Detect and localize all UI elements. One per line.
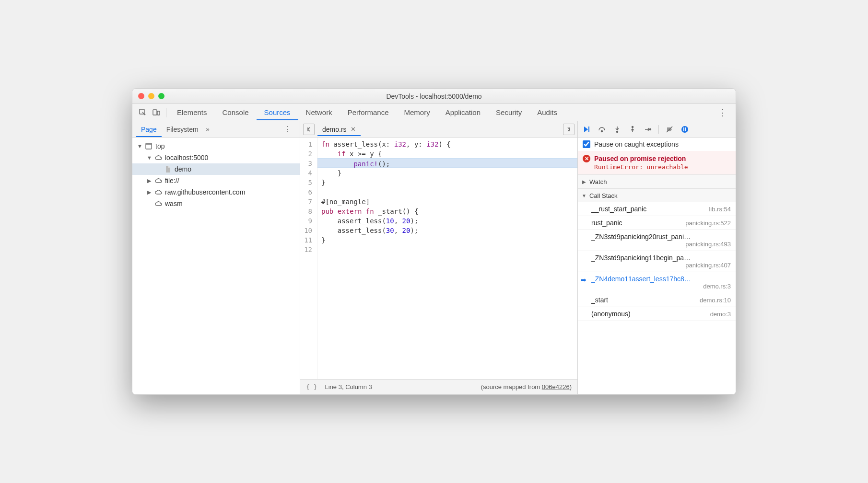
nav-back-icon[interactable] <box>303 124 315 135</box>
pretty-print-icon[interactable]: { } <box>306 383 317 391</box>
tab-network[interactable]: Network <box>298 104 340 120</box>
devtools-window: DevTools - localhost:5000/demo ElementsC… <box>132 88 736 395</box>
resume-icon[interactable] <box>582 125 591 134</box>
code-line[interactable]: if x >= y { <box>317 149 577 159</box>
frame-function: (anonymous) <box>591 310 631 318</box>
callstack-list[interactable]: __rust_start_paniclib.rs:54rust_panicpan… <box>578 202 736 394</box>
callstack-section-header[interactable]: ▼ Call Stack <box>578 189 736 202</box>
main-tabbar: ElementsConsoleSourcesNetworkPerformance… <box>132 104 736 121</box>
stack-frame[interactable]: ➡_ZN4demo11assert_less17hc8…demo.rs:3 <box>578 272 736 293</box>
navigator-pane: Page Filesystem » ⋮ ▼top▼localhost:5000d… <box>132 121 300 394</box>
pause-caught-checkbox[interactable] <box>583 140 590 148</box>
tab-application[interactable]: Application <box>438 104 488 120</box>
code-line[interactable]: #[no_mangle] <box>317 197 577 207</box>
deactivate-breakpoints-icon[interactable] <box>665 125 674 134</box>
tree-label: localhost:5000 <box>165 154 208 161</box>
tree-row[interactable]: ▼top <box>132 140 300 152</box>
stack-frame[interactable]: __rust_start_paniclib.rs:54 <box>578 202 736 216</box>
frame-function: _ZN4demo11assert_less17hc8… <box>591 275 731 283</box>
tab-filesystem[interactable]: Filesystem <box>162 122 203 137</box>
file-tab-label: demo.rs <box>322 126 347 133</box>
navigator-more-icon[interactable]: » <box>206 126 210 133</box>
code-line[interactable] <box>317 187 577 197</box>
nav-forward-icon[interactable] <box>563 124 575 135</box>
chevron-down-icon: ▼ <box>582 193 586 198</box>
step-over-icon[interactable] <box>597 125 607 134</box>
frame-location: demo.rs:3 <box>591 283 731 290</box>
tree-row[interactable]: ▶raw.githubusercontent.com <box>132 186 300 198</box>
code-line[interactable]: assert_less(10, 20); <box>317 216 577 226</box>
tree-row[interactable]: ▶file:// <box>132 175 300 186</box>
cloud-icon <box>154 200 162 207</box>
tree-label: demo <box>175 165 191 173</box>
code-line[interactable]: fn assert_less(x: i32, y: i32) { <box>317 139 577 149</box>
frame-function: _start <box>591 296 608 304</box>
stack-frame[interactable]: _startdemo.rs:10 <box>578 293 736 307</box>
svg-point-7 <box>632 126 633 127</box>
page-icon <box>145 142 152 150</box>
paused-message: RuntimeError: unreachable <box>594 163 731 171</box>
watch-section-header[interactable]: ▶ Watch <box>578 175 736 188</box>
error-icon: ✕ <box>583 155 590 162</box>
source-map-info: (source mapped from 006e4226) <box>481 383 572 391</box>
svg-point-6 <box>617 131 618 132</box>
cursor-position: Line 3, Column 3 <box>325 383 372 391</box>
code-editor[interactable]: 123456789101112 fn assert_less(x: i32, y… <box>300 138 577 379</box>
minimize-window-button[interactable] <box>148 93 154 99</box>
inspect-icon[interactable] <box>136 106 150 119</box>
navigator-tabs: Page Filesystem » ⋮ <box>132 121 300 138</box>
current-frame-arrow-icon: ➡ <box>581 276 586 284</box>
step-into-icon[interactable] <box>612 125 622 134</box>
paused-title: Paused on promise rejection <box>594 155 686 162</box>
window-controls <box>138 93 164 99</box>
tab-sources[interactable]: Sources <box>257 104 298 120</box>
watch-label: Watch <box>589 178 607 185</box>
stack-frame[interactable]: _ZN3std9panicking20rust_pani…panicking.r… <box>578 230 736 251</box>
code-line[interactable]: } <box>317 168 577 178</box>
code-line[interactable] <box>317 245 577 254</box>
code-line[interactable]: pub extern fn _start() { <box>317 207 577 216</box>
stack-frame[interactable]: _ZN3std9panicking11begin_pa…panicking.rs… <box>578 251 736 272</box>
editor-tabs: demo.rs ✕ <box>300 121 577 138</box>
tree-label: wasm <box>165 200 183 207</box>
code-line[interactable]: panic!(); <box>317 159 577 168</box>
svg-rect-3 <box>146 143 152 149</box>
stack-frame[interactable]: rust_panicpanicking.rs:522 <box>578 216 736 230</box>
source-map-link[interactable]: 006e4226 <box>542 383 570 391</box>
svg-rect-10 <box>683 127 684 131</box>
tree-twisty: ▼ <box>137 143 142 149</box>
step-out-icon[interactable] <box>628 125 637 134</box>
device-toggle-icon[interactable] <box>150 106 163 119</box>
zoom-window-button[interactable] <box>158 93 164 99</box>
code-line[interactable]: } <box>317 178 577 187</box>
frame-function: __rust_start_panic <box>591 205 646 213</box>
cloud-icon <box>154 154 162 161</box>
close-window-button[interactable] <box>138 93 144 99</box>
file-tree[interactable]: ▼top▼localhost:5000demo▶file://▶raw.gith… <box>132 138 300 394</box>
pause-caught-row[interactable]: Pause on caught exceptions <box>578 138 736 151</box>
code-line[interactable]: assert_less(30, 20); <box>317 226 577 235</box>
pause-exceptions-icon[interactable] <box>680 125 690 134</box>
code-line[interactable]: } <box>317 235 577 245</box>
tab-security[interactable]: Security <box>488 104 529 120</box>
tab-audits[interactable]: Audits <box>529 104 565 120</box>
frame-location: lib.rs:54 <box>709 206 731 213</box>
tab-page[interactable]: Page <box>136 122 162 137</box>
tree-row[interactable]: demo <box>132 163 300 175</box>
tree-twisty: ▼ <box>147 155 152 161</box>
step-icon[interactable] <box>643 125 653 134</box>
stack-frame[interactable]: (anonymous)demo:3 <box>578 307 736 321</box>
close-tab-icon[interactable]: ✕ <box>351 126 356 133</box>
file-tab-demo-rs[interactable]: demo.rs ✕ <box>317 123 361 136</box>
tab-console[interactable]: Console <box>215 104 257 120</box>
frame-location: panicking.rs:493 <box>591 241 731 248</box>
tab-memory[interactable]: Memory <box>397 104 438 120</box>
tree-row[interactable]: wasm <box>132 198 300 209</box>
tab-elements[interactable]: Elements <box>169 104 215 120</box>
more-menu-icon[interactable]: ⋮ <box>714 107 732 118</box>
tree-row[interactable]: ▼localhost:5000 <box>132 152 300 163</box>
tree-label: raw.githubusercontent.com <box>165 188 245 196</box>
navigator-menu-icon[interactable]: ⋮ <box>279 125 296 134</box>
tab-performance[interactable]: Performance <box>340 104 397 120</box>
file-icon <box>164 165 172 173</box>
